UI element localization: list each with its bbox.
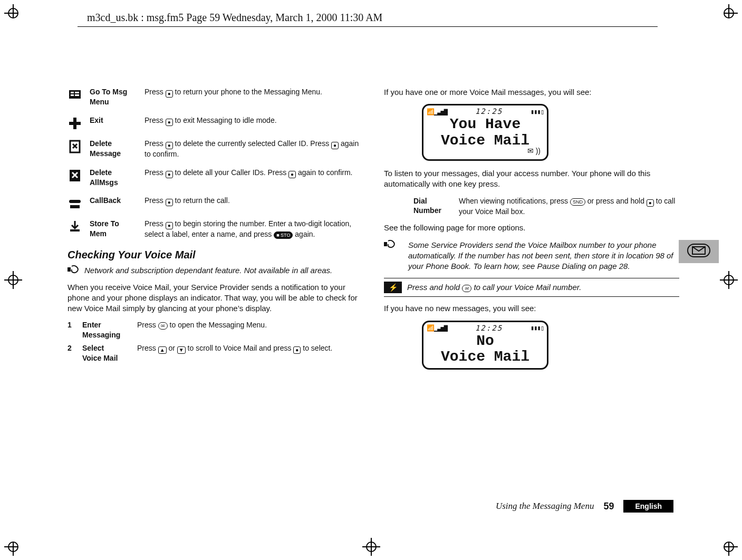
svg-rect-23 (384, 242, 387, 246)
step-1: 1 Enter Messaging Press ✉ to open the Me… (68, 320, 363, 340)
footer-page-number: 59 (603, 501, 614, 512)
lcd-clock: 12:25 (475, 323, 503, 333)
option-desc: Press ● to delete the currently selected… (144, 139, 363, 159)
crop-mark-icon (720, 4, 738, 22)
option-title: Exit (90, 115, 137, 125)
option-store-to-mem: Store To Mem Press ● to begin storing th… (68, 219, 363, 239)
tip-text: Press and hold ✉ to call your Voice Mail… (407, 282, 581, 293)
header-text: m3cd_us.bk : msg.fm5 Page 59 Wednesday, … (87, 12, 382, 23)
note-text: Network and subscription dependant featu… (84, 265, 332, 276)
svg-rect-10 (71, 92, 74, 93)
option-exit: Exit Press ● to exit Messaging to idle m… (68, 115, 363, 130)
svg-rect-21 (70, 229, 80, 231)
note-icon (384, 240, 397, 272)
footer-language-badge: English (623, 500, 673, 513)
dial-desc: When viewing notifications, press SND or… (459, 196, 679, 217)
dial-title: Number (413, 206, 452, 216)
option-title: Mem (90, 229, 137, 239)
svg-point-4 (8, 275, 18, 285)
step-2: 2 Select Voice Mail Press ▲ or ▼ to scro… (68, 343, 363, 363)
crop-mark-icon (4, 4, 22, 22)
step-title: Voice Mail (82, 353, 131, 363)
note-icon (68, 265, 80, 276)
step-desc: Press ✉ to open the Messaging Menu. (137, 320, 363, 340)
dial-number-step: Dial Number When viewing notifications, … (413, 196, 679, 217)
delete-message-icon (68, 139, 82, 153)
dial-title: Dial (413, 196, 452, 206)
option-title: Delete (90, 168, 137, 178)
lcd-screen-2: 📶▁▃▅▇ 12:25 ▮▮▮▯ No Voice Mail (422, 321, 679, 370)
crop-mark-icon (720, 271, 738, 289)
battery-icon: ▮▮▮▯ (531, 324, 544, 332)
right-intro2: To listen to your messages, dial your ac… (384, 168, 679, 190)
footer-section-title: Using the Messaging Menu (496, 501, 594, 511)
option-title: Menu (90, 97, 137, 107)
delete-allmsgs-icon (68, 168, 82, 182)
step-desc: Press ▲ or ▼ to scroll to Voice Mail and… (137, 343, 363, 363)
running-header: m3cd_us.bk : msg.fm5 Page 59 Wednesday, … (87, 12, 382, 24)
body-paragraph: When you receive Voice Mail, your Servic… (68, 282, 363, 314)
svg-rect-19 (69, 200, 81, 203)
option-desc: Press ● to delete all your Caller IDs. P… (144, 168, 363, 178)
lcd-line2: Voice Mail (441, 133, 529, 148)
step-number: 2 (68, 343, 76, 363)
tip-flash-icon: ⚡ (384, 282, 402, 293)
step-title: Messaging (82, 330, 131, 340)
option-desc: Press ● to return the call. (144, 196, 363, 206)
note-text: Some Service Providers send the Voice Ma… (401, 240, 679, 272)
callback-icon (68, 196, 82, 210)
right-intro1: If you have one or more Voice Mail messa… (384, 87, 679, 98)
right-column: If you have one or more Voice Mail messa… (384, 87, 679, 377)
svg-point-1 (724, 8, 734, 18)
note-provider: Some Service Providers send the Voice Ma… (384, 240, 679, 272)
svg-point-3 (724, 542, 734, 552)
option-go-to-msg-menu: Go To Msg Menu Press ● to return your ph… (68, 87, 363, 107)
envelope-icon (687, 244, 710, 259)
crop-mark-icon (720, 538, 738, 556)
option-title: Message (90, 149, 137, 159)
exit-icon (68, 115, 82, 130)
svg-rect-12 (71, 94, 74, 96)
option-desc: Press ● to return your phone to the Mess… (144, 87, 363, 98)
svg-point-6 (367, 542, 376, 552)
option-callback: CallBack Press ● to return the call. (68, 196, 363, 210)
option-desc: Press ● to begin storing the number. Ent… (144, 219, 363, 239)
lcd-line1: You Have (427, 117, 544, 132)
option-title: Delete (90, 139, 137, 149)
option-title: Store To (90, 219, 137, 229)
right-intro3: If you have no new messages, you will se… (384, 303, 679, 314)
svg-rect-22 (68, 267, 71, 272)
store-to-mem-icon (68, 219, 82, 234)
option-title: CallBack (90, 196, 137, 206)
see-more: See the following page for more options. (384, 223, 679, 233)
option-title: AllMsgs (90, 178, 137, 188)
step-number: 1 (68, 320, 76, 340)
battery-icon: ▮▮▮▯ (531, 108, 544, 116)
lcd-screen-1: 📶▁▃▅▇ 12:25 ▮▮▮▯ You Have Voice Mail ✉ )… (422, 104, 679, 161)
svg-rect-13 (75, 94, 79, 96)
step-title: Enter (82, 320, 131, 330)
option-desc: Press ● to exit Messaging to idle mode. (144, 115, 363, 126)
crop-mark-icon (4, 538, 22, 556)
option-delete-allmsgs: Delete AllMsgs Press ● to delete all you… (68, 168, 363, 188)
lcd-line1: No (427, 333, 544, 349)
svg-rect-16 (73, 124, 76, 129)
svg-rect-11 (75, 92, 79, 93)
page-footer: Using the Messaging Menu 59 English (496, 500, 673, 513)
step-title: Select (82, 343, 131, 353)
signal-icon: 📶▁▃▅▇ (427, 324, 447, 332)
lcd-line2: Voice Mail (441, 349, 529, 364)
signal-icon: 📶▁▃▅▇ (427, 108, 447, 116)
margin-tab (679, 240, 719, 263)
left-column: Go To Msg Menu Press ● to return your ph… (68, 87, 363, 377)
option-title: Go To Msg (90, 87, 137, 97)
option-delete-message: Delete Message Press ● to delete the cur… (68, 139, 363, 159)
lcd-clock: 12:25 (475, 107, 503, 117)
note-network: Network and subscription dependant featu… (68, 265, 363, 276)
svg-rect-20 (70, 205, 80, 208)
svg-point-2 (8, 542, 18, 552)
go-to-msg-menu-icon (68, 87, 82, 102)
section-heading: Checking Your Voice Mail (68, 248, 363, 262)
svg-point-0 (8, 8, 18, 18)
crop-mark-icon (4, 271, 22, 289)
